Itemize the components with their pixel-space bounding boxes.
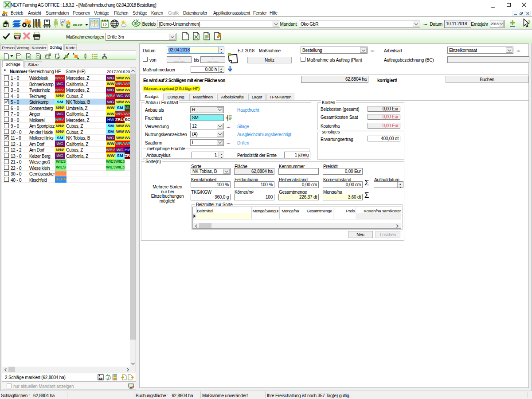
svg-text:12: 12: [102, 23, 107, 27]
svg-text:?: ?: [528, 20, 531, 26]
